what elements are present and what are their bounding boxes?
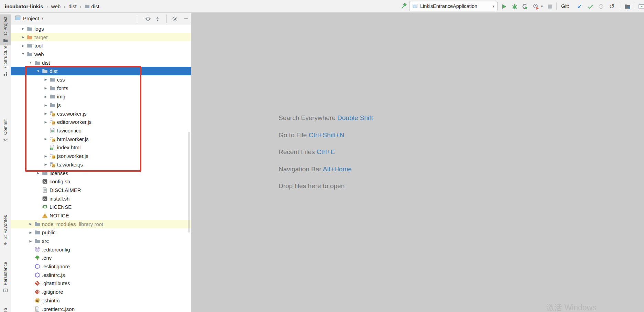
hint-label: Drop files here to open <box>279 182 345 190</box>
tool-window-button-web[interactable]: Web <box>0 306 11 312</box>
tree-item-src[interactable]: ▶ src <box>11 237 191 245</box>
tree-item-fonts[interactable]: ▶ fonts <box>11 84 191 93</box>
tool-window-button-persistence[interactable]: Persistence <box>0 260 11 295</box>
tool-window-label: 7: Structure <box>3 45 8 69</box>
run-button[interactable] <box>501 3 507 10</box>
tree-item-label: web <box>34 51 44 57</box>
tree-item-prettierrc-json[interactable]: { }.prettierrc.json <box>11 305 191 312</box>
tree-item-editor-worker-js[interactable]: ▶ 101 0 JSeditor.worker.js <box>11 118 191 127</box>
tree-expanded-arrow-icon[interactable]: ▼ <box>27 61 34 64</box>
profiler-chevron-icon[interactable]: ▾ <box>540 3 544 10</box>
tree-item-label: ts.worker.js <box>57 162 83 168</box>
tree-collapsed-arrow-icon[interactable]: ▶ <box>42 86 49 90</box>
tree-scrollbar[interactable] <box>188 132 190 233</box>
tree-expanded-arrow-icon[interactable]: ▼ <box>35 69 42 73</box>
tree-item-public[interactable]: ▶ public <box>11 228 191 237</box>
tree-collapsed-arrow-icon[interactable]: ▶ <box>20 44 26 47</box>
tree-collapsed-arrow-icon[interactable]: ▶ <box>27 231 34 234</box>
folder-icon <box>34 238 40 244</box>
tree-item-target[interactable]: ▶ target <box>11 33 191 42</box>
tree-item-logs[interactable]: ▶ logs <box>11 24 191 33</box>
tree-item-install-sh[interactable]: install.sh <box>11 194 191 203</box>
tree-item-ts-worker-js[interactable]: ▶ 101 0 JSts.worker.js <box>11 160 191 169</box>
breadcrumb-item-dist[interactable]: dist <box>68 3 76 9</box>
tree-item-disclaimer[interactable]: DISCLAIMER <box>11 186 191 194</box>
breadcrumb-item-incubator-linkis[interactable]: incubator-linkis <box>5 3 43 9</box>
breadcrumb-item-web[interactable]: web <box>51 3 61 9</box>
tree-item-license[interactable]: LICENSE <box>11 203 191 211</box>
debug-button[interactable] <box>511 3 518 10</box>
tree-item-label: .env <box>42 255 52 261</box>
locate-file-icon[interactable] <box>145 15 151 22</box>
tree-item-json-worker-js[interactable]: ▶ 101 0 JSjson.worker.js <box>11 152 191 160</box>
hide-panel-icon[interactable] <box>183 15 189 22</box>
profiler-button[interactable] <box>533 3 539 10</box>
tree-item-label: public <box>42 229 55 235</box>
tree-item-licenses[interactable]: ▶ licenses <box>11 169 191 177</box>
tree-item-editorconfig[interactable]: .editorconfig <box>11 245 191 254</box>
tree-item-dist[interactable]: ▼ dist <box>11 67 191 75</box>
persistence-icon <box>3 288 8 293</box>
notice-icon <box>42 212 48 218</box>
tree-item-js[interactable]: ▶ js <box>11 101 191 109</box>
tree-item-node-modules[interactable]: ▶ node_moduleslibrary root <box>11 220 191 228</box>
tree-collapsed-arrow-icon[interactable]: ▶ <box>35 171 42 175</box>
tool-window-stripe: 1: Project 7: Structure Commit 2: Favori… <box>0 13 11 312</box>
tool-window-button-7-structure[interactable]: 7: Structure <box>0 43 11 78</box>
tool-window-button-commit[interactable]: Commit <box>0 117 11 144</box>
tree-collapsed-arrow-icon[interactable]: ▶ <box>42 137 49 141</box>
collapse-all-icon[interactable] <box>154 15 161 22</box>
tree-item-tool[interactable]: ▶ tool <box>11 41 191 50</box>
tree-item-config-sh[interactable]: config.sh <box>11 177 191 186</box>
tree-item-jshintrc[interactable]: JS.jshintrc <box>11 296 191 305</box>
tree-collapsed-arrow-icon[interactable]: ▶ <box>42 163 49 166</box>
vcs-rollback-button[interactable]: ↺ <box>609 3 615 10</box>
tree-item-html-worker-js[interactable]: ▶ 101 0 JShtml.worker.js <box>11 135 191 143</box>
svg-text:JS: JS <box>52 139 55 142</box>
tool-window-button-2-favorites[interactable]: 2: Favorites★ <box>0 213 11 248</box>
gear-icon[interactable] <box>172 15 178 22</box>
folder-icon <box>49 76 55 83</box>
tree-collapsed-arrow-icon[interactable]: ▶ <box>42 154 49 158</box>
tree-collapsed-arrow-icon[interactable]: ▶ <box>27 222 34 226</box>
project-view-selector[interactable]: Project ▾ <box>11 13 191 24</box>
run-with-coverage-button[interactable] <box>522 3 528 10</box>
tree-collapsed-arrow-icon[interactable]: ▶ <box>42 120 49 124</box>
tree-collapsed-arrow-icon[interactable]: ▶ <box>42 78 49 81</box>
run-configuration-select[interactable]: LinkisEntranceApplication ▾ <box>409 1 498 11</box>
tree-expanded-arrow-icon[interactable]: ▼ <box>20 52 26 56</box>
tree-collapsed-arrow-icon[interactable]: ▶ <box>42 112 49 115</box>
tree-collapsed-arrow-icon[interactable]: ▶ <box>42 104 49 107</box>
breadcrumb-item-dist[interactable]: dist <box>85 3 99 9</box>
vcs-update-button[interactable] <box>576 3 582 10</box>
tree-collapsed-arrow-icon[interactable]: ▶ <box>42 95 49 98</box>
tree-item-env[interactable]: .env <box>11 254 191 262</box>
tree-item-favicon-ico[interactable]: favicon.ico <box>11 126 191 135</box>
build-hammer-icon[interactable] <box>400 2 407 10</box>
tree-item-gitattributes[interactable]: .gitattributes <box>11 279 191 288</box>
tree-item-index-html[interactable]: Hindex.html <box>11 143 191 152</box>
tree-collapsed-arrow-icon[interactable]: ▶ <box>27 239 34 243</box>
tree-item-web[interactable]: ▼ web <box>11 50 191 58</box>
tree-item-label: src <box>42 238 49 244</box>
project-view-icon <box>15 15 21 22</box>
tree-item-css[interactable]: ▶ css <box>11 75 191 84</box>
folder-icon <box>49 102 55 108</box>
tool-window-button-1-project[interactable]: 1: Project <box>0 14 11 45</box>
tree-item-notice[interactable]: NOTICE <box>11 211 191 220</box>
tree-item-label: NOTICE <box>50 213 69 218</box>
tree-item-eslintignore[interactable]: .eslintignore <box>11 262 191 271</box>
commit-icon <box>3 137 8 142</box>
tree-item-css-worker-js[interactable]: ▶ 101 0 JScss.worker.js <box>11 109 191 118</box>
tree-collapsed-arrow-icon[interactable]: ▶ <box>20 35 26 39</box>
tree-item-dist[interactable]: ▼ dist <box>11 58 191 67</box>
vcs-commit-button[interactable] <box>587 3 593 10</box>
tree-item-img[interactable]: ▶ img <box>11 93 191 101</box>
tree-collapsed-arrow-icon[interactable]: ▶ <box>20 27 26 30</box>
tree-item-eslintrc-js[interactable]: .eslintrc.js <box>11 271 191 279</box>
tree-item-gitignore[interactable]: .gitignore <box>11 288 191 296</box>
project-structure-icon[interactable] <box>624 3 631 10</box>
project-folder-icon <box>3 38 8 43</box>
run-anything-icon[interactable] <box>638 3 644 10</box>
hint-label: Recent Files <box>279 148 317 155</box>
